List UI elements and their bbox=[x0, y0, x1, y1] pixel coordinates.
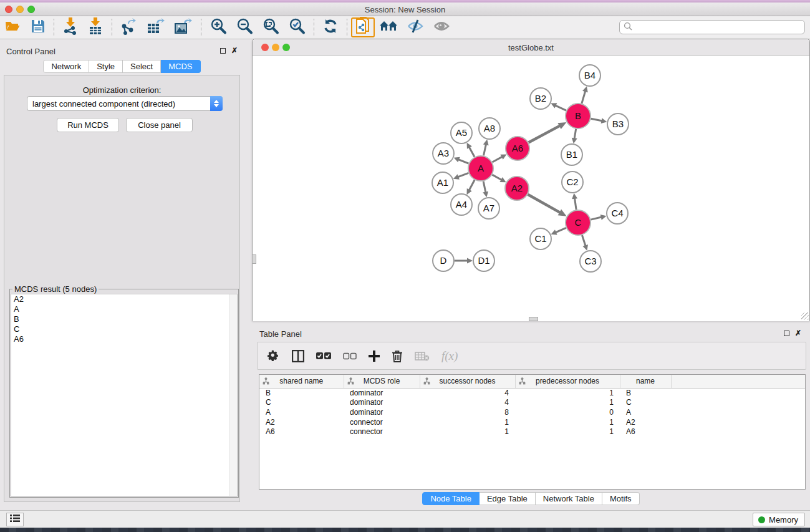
cell-_[interactable] bbox=[671, 398, 805, 408]
edge-C-C2[interactable] bbox=[574, 198, 576, 210]
save-session-button[interactable] bbox=[26, 17, 50, 37]
cell-successors[interactable]: 1 bbox=[420, 417, 515, 427]
cell-successors[interactable]: 4 bbox=[420, 398, 515, 408]
cell-predecessors[interactable]: 1 bbox=[515, 417, 620, 427]
cell-predecessors[interactable]: 1 bbox=[515, 398, 620, 408]
network-graph[interactable]: B4B2BB3A8A5A6A3B1AC2A1A2A4A7C4CC1DD1C3 bbox=[253, 56, 809, 321]
result-item[interactable]: C bbox=[11, 324, 237, 334]
network-canvas[interactable]: B4B2BB3A8A5A6A3B1AC2A1A2A4A7C4CC1DD1C3 bbox=[253, 56, 809, 321]
zoom-selected-button[interactable] bbox=[284, 17, 310, 37]
column-header-predecessor-nodes[interactable]: predecessor nodes bbox=[515, 375, 620, 388]
cell-shared_name[interactable]: B bbox=[259, 388, 344, 398]
function-builder-icon[interactable]: f(x) bbox=[441, 349, 458, 363]
column-header-name[interactable]: name bbox=[620, 375, 671, 388]
table-row[interactable]: A2connector11A2 bbox=[259, 417, 805, 427]
cell-_[interactable] bbox=[671, 427, 805, 437]
tab-motifs[interactable]: Motifs bbox=[602, 492, 640, 505]
show-panels-list-button[interactable] bbox=[6, 513, 24, 526]
edge-B-B3[interactable] bbox=[591, 118, 603, 121]
cell-name[interactable]: A bbox=[620, 407, 671, 417]
close-panel-button[interactable]: Close panel bbox=[126, 118, 193, 132]
cell-mcds_role[interactable]: dominator bbox=[344, 388, 420, 398]
cell-predecessors[interactable]: 1 bbox=[515, 388, 620, 398]
tab-node-table[interactable]: Node Table bbox=[422, 492, 480, 505]
cell-name[interactable]: B bbox=[620, 388, 671, 398]
bottom-splitter-grip[interactable] bbox=[529, 317, 538, 321]
zoom-in-button[interactable] bbox=[205, 17, 231, 37]
cell-successors[interactable]: 1 bbox=[420, 427, 515, 437]
tab-network-table[interactable]: Network Table bbox=[536, 492, 602, 505]
cell-shared_name[interactable]: C bbox=[259, 398, 344, 408]
edge-A-A1[interactable] bbox=[457, 173, 468, 177]
run-mcds-button[interactable]: Run MCDS bbox=[57, 118, 119, 132]
column-header-shared-name[interactable]: shared name bbox=[259, 375, 344, 388]
cell-mcds_role[interactable]: dominator bbox=[344, 407, 420, 417]
edge-A-A4[interactable] bbox=[469, 180, 475, 191]
tab-style[interactable]: Style bbox=[89, 60, 123, 73]
delete-table-icon[interactable] bbox=[415, 351, 430, 361]
cell-shared_name[interactable]: A6 bbox=[259, 427, 344, 437]
cell-successors[interactable]: 8 bbox=[420, 407, 515, 417]
result-item[interactable]: A bbox=[11, 304, 237, 314]
mcds-result-list[interactable]: A2ABCA6 bbox=[11, 294, 238, 496]
cell-mcds_role[interactable]: connector bbox=[344, 417, 420, 427]
column-header-successor-nodes[interactable]: successor nodes bbox=[420, 375, 515, 388]
cell-_[interactable] bbox=[671, 388, 805, 398]
resize-corner-handle[interactable] bbox=[801, 312, 809, 320]
import-table-button[interactable] bbox=[83, 17, 108, 37]
result-item[interactable]: A6 bbox=[11, 334, 237, 344]
import-network-button[interactable] bbox=[58, 17, 83, 37]
cell-name[interactable]: A2 bbox=[620, 417, 671, 427]
edge-C-C3[interactable] bbox=[582, 235, 586, 246]
edge-A-A6[interactable] bbox=[492, 157, 503, 162]
result-item[interactable]: B bbox=[11, 314, 237, 324]
zoom-fit-button[interactable] bbox=[258, 17, 284, 37]
select-all-icon[interactable] bbox=[316, 352, 331, 360]
edge-C-C4[interactable] bbox=[591, 217, 602, 220]
edge-A-A2[interactable] bbox=[492, 175, 502, 180]
cell-successors[interactable]: 4 bbox=[420, 388, 515, 398]
edge-B-B1[interactable] bbox=[574, 129, 576, 140]
result-item[interactable]: A2 bbox=[11, 294, 237, 304]
optimization-criterion-dropdown[interactable]: largest connected component (directed) bbox=[27, 96, 223, 111]
float-panel-icon[interactable] bbox=[220, 48, 226, 54]
edge-A-A7[interactable] bbox=[483, 181, 486, 193]
close-table-panel-icon[interactable]: ✗ bbox=[795, 329, 801, 337]
cell-mcds_role[interactable]: connector bbox=[344, 427, 420, 437]
open-session-button[interactable] bbox=[0, 17, 26, 37]
edge-A6-B[interactable] bbox=[529, 125, 561, 142]
edge-B-B2[interactable] bbox=[555, 105, 566, 111]
column-header-MCDS-role[interactable]: MCDS role bbox=[344, 375, 420, 388]
cell-shared_name[interactable]: A bbox=[259, 407, 344, 417]
table-row[interactable]: Cdominator41C bbox=[259, 398, 805, 408]
settings-gear-icon[interactable] bbox=[268, 350, 280, 362]
close-panel-icon[interactable]: ✗ bbox=[231, 47, 238, 54]
show-columns-icon[interactable] bbox=[292, 350, 304, 362]
memory-button[interactable]: Memory bbox=[753, 513, 805, 526]
export-network-button[interactable] bbox=[116, 17, 142, 37]
cell-mcds_role[interactable]: dominator bbox=[344, 398, 420, 408]
float-table-panel-icon[interactable] bbox=[784, 331, 789, 336]
cell-predecessors[interactable]: 0 bbox=[515, 407, 620, 417]
home-layout-button[interactable] bbox=[375, 17, 402, 37]
network-window-titlebar[interactable]: testGlobe.txt bbox=[253, 39, 809, 56]
table-row[interactable]: Bdominator41B bbox=[259, 388, 805, 398]
export-image-button[interactable] bbox=[170, 17, 197, 37]
tab-network[interactable]: Network bbox=[43, 60, 89, 73]
unselect-all-icon[interactable] bbox=[343, 352, 357, 360]
tab-mcds[interactable]: MCDS bbox=[161, 60, 200, 73]
edge-C-C1[interactable] bbox=[555, 228, 566, 233]
delete-row-trash-icon[interactable] bbox=[392, 350, 403, 362]
edge-A-A3[interactable] bbox=[458, 159, 468, 163]
edge-B-B4[interactable] bbox=[582, 90, 586, 104]
export-table-button[interactable] bbox=[142, 17, 170, 37]
show-panel-button[interactable] bbox=[428, 17, 455, 37]
edge-A-A8[interactable] bbox=[483, 143, 486, 155]
search-input[interactable] bbox=[632, 23, 804, 32]
cell-predecessors[interactable]: 1 bbox=[515, 427, 620, 437]
result-list-scrollbar[interactable] bbox=[229, 294, 237, 496]
add-row-icon[interactable] bbox=[369, 351, 380, 362]
hide-panel-button[interactable] bbox=[402, 17, 428, 37]
tab-select[interactable]: Select bbox=[123, 60, 161, 73]
table-row[interactable]: A6connector11A6 bbox=[259, 427, 805, 437]
